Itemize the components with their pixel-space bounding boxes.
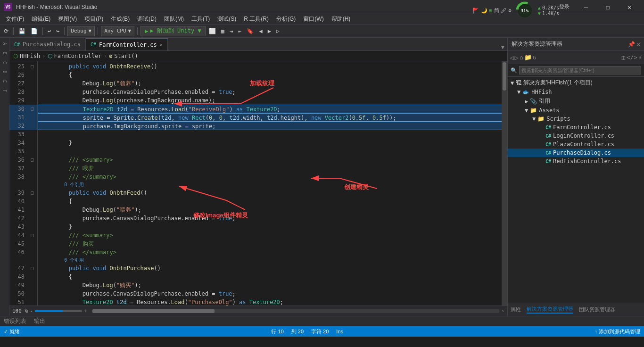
tab-purchase-dialog[interactable]: C# PurchaseDialog.cs bbox=[9, 38, 86, 50]
menu-test[interactable]: 测试(S) bbox=[214, 14, 240, 24]
tab-output[interactable]: 输出 bbox=[34, 316, 45, 326]
tab-farm-controller[interactable]: C# FarmController.cs ✕ bbox=[86, 38, 168, 50]
attach-unity-button[interactable]: ▶ ▶ 附加到 Unity ▼ bbox=[140, 26, 205, 36]
toolbar-save[interactable]: 💾 bbox=[17, 26, 27, 36]
debug-config-dropdown[interactable]: Debug ▼ bbox=[67, 26, 95, 36]
tab-list-button[interactable]: ▼ bbox=[498, 44, 507, 50]
menu-rtools[interactable]: R 工具(R) bbox=[240, 14, 272, 24]
project-icon: 🐟 bbox=[522, 89, 529, 95]
activity-icon-4[interactable]: D bbox=[0, 68, 9, 76]
se-tab-team[interactable]: 团队资源管理器 bbox=[579, 306, 615, 313]
se-toolbar-active[interactable]: ⚡ bbox=[638, 54, 642, 61]
scrollbar-thumb[interactable] bbox=[503, 62, 506, 91]
purchasedialog-node[interactable]: C# PurchaseDialog.cs bbox=[508, 149, 644, 157]
se-tab-properties[interactable]: 属性 bbox=[511, 306, 521, 313]
menu-project[interactable]: 项目(P) bbox=[81, 14, 107, 24]
se-toolbar-refresh[interactable]: ↻ bbox=[533, 54, 537, 61]
gt-refs2 bbox=[27, 256, 37, 264]
se-toolbar-back[interactable]: ◁ bbox=[510, 54, 513, 61]
zoom-value[interactable]: 100 % bbox=[12, 308, 28, 314]
h-scrollbar-thumb[interactable] bbox=[92, 309, 215, 313]
gt-39[interactable]: □ bbox=[27, 189, 37, 197]
tab-close-2[interactable]: ✕ bbox=[160, 42, 163, 47]
activity-icon-3[interactable]: C bbox=[0, 58, 9, 67]
scroll-right-btn[interactable]: › bbox=[501, 308, 504, 314]
se-toolbar-code[interactable]: </> bbox=[627, 54, 637, 61]
code-line-49: Debug.Log("购买"); bbox=[38, 281, 507, 289]
ln-25: 25 bbox=[9, 62, 27, 71]
platform-dropdown[interactable]: Any CPU ▼ bbox=[101, 26, 134, 36]
gt-38 bbox=[27, 173, 37, 181]
scripts-node[interactable]: ▼ 📁 Scripts bbox=[508, 115, 644, 123]
search-icon: 🔍 bbox=[511, 67, 517, 74]
toolbar-nav-more[interactable]: ▷ bbox=[274, 26, 281, 36]
toolbar-indent[interactable]: ⇥ bbox=[228, 26, 235, 36]
se-toolbar-home[interactable]: ⌂ bbox=[520, 54, 523, 61]
redfishcontroller-node[interactable]: C# RedFishController.cs bbox=[508, 157, 644, 165]
code-editor[interactable]: 25 26 27 28 29 30 31 32 33 34 35 36 37 3… bbox=[9, 61, 507, 306]
toolbar-nav-fwd[interactable]: ▶ bbox=[266, 26, 273, 36]
toolbar-format[interactable]: ⇤ bbox=[236, 26, 243, 36]
breadcrumb-file[interactable]: HHFish bbox=[20, 53, 40, 59]
project-node[interactable]: ▼ 🐟 HHFish bbox=[508, 88, 644, 96]
activity-icon-1[interactable]: A bbox=[0, 40, 9, 48]
gt-47[interactable]: □ bbox=[27, 264, 37, 273]
activity-icon-6[interactable]: F bbox=[0, 87, 9, 95]
toolbar-bookmark[interactable]: 🔖 bbox=[245, 26, 256, 36]
toolbar-more[interactable]: ▦ bbox=[219, 26, 226, 36]
breadcrumb-class[interactable]: FarmController bbox=[54, 53, 102, 59]
solution-explorer-title: 解决方案资源管理器 bbox=[512, 40, 562, 48]
solution-search-input[interactable] bbox=[519, 66, 641, 74]
activity-icon-2[interactable]: B bbox=[0, 49, 9, 58]
minimize-button[interactable]: — bbox=[575, 0, 597, 14]
menu-build[interactable]: 生成(B) bbox=[107, 14, 133, 24]
logincontroller-node[interactable]: C# LoginController.cs bbox=[508, 132, 644, 140]
toolbar-nav-back[interactable]: ◀ bbox=[257, 26, 264, 36]
menu-edit[interactable]: 编辑(E) bbox=[28, 14, 54, 24]
menu-tools[interactable]: 工具(T) bbox=[188, 14, 214, 24]
solution-tree: ▼ 🏗 解决方案'HHFish'(1 个项目) ▼ 🐟 HHFish ▶ 📎 引… bbox=[508, 77, 644, 303]
brush-icon: 🖊 bbox=[501, 8, 506, 14]
se-toolbar-view[interactable]: ◫ bbox=[622, 54, 626, 61]
status-add-scm[interactable]: ↑ 添加到源代码管理 bbox=[594, 328, 640, 335]
gt-30[interactable]: □ bbox=[27, 105, 37, 113]
menu-file[interactable]: 文件(F) bbox=[2, 14, 28, 24]
close-button[interactable]: ✕ bbox=[619, 0, 640, 14]
zoom-slider[interactable] bbox=[35, 310, 82, 312]
menu-debug[interactable]: 调试(D) bbox=[133, 14, 160, 24]
toolbar-undo[interactable]: ↩ bbox=[46, 26, 53, 36]
editor-scrollbar[interactable] bbox=[502, 61, 507, 306]
menu-team[interactable]: 团队(M) bbox=[160, 14, 188, 24]
toolbar-redo[interactable]: ↪ bbox=[54, 26, 61, 36]
toolbar-ref[interactable]: ⬜ bbox=[207, 26, 218, 36]
se-toolbar-folder[interactable]: 📁 bbox=[524, 54, 532, 61]
activity-icon-5[interactable]: E bbox=[0, 77, 9, 86]
plazacontroller-node[interactable]: C# PlazaController.cs bbox=[508, 140, 644, 149]
zoom-plus[interactable]: + bbox=[84, 308, 87, 314]
assets-node[interactable]: ▼ 📁 Assets bbox=[508, 106, 644, 115]
farmcontroller-node[interactable]: C# FarmController.cs bbox=[508, 123, 644, 132]
se-pin-icon[interactable]: 📌 bbox=[628, 41, 635, 48]
menu-window[interactable]: 窗口(W) bbox=[299, 14, 327, 24]
gt-36[interactable]: □ bbox=[27, 156, 37, 164]
se-close-icon[interactable]: ✕ bbox=[637, 41, 640, 48]
horizontal-scroll[interactable] bbox=[92, 309, 499, 313]
menu-help[interactable]: 帮助(H) bbox=[328, 14, 355, 24]
code-text-area[interactable]: public void OnbtnReceive() { Debug.Log("… bbox=[38, 61, 507, 306]
tab-label-2: FarmController.cs bbox=[99, 41, 157, 48]
toolbar-new[interactable]: ⟳ bbox=[2, 26, 10, 36]
zoom-slider-fill bbox=[35, 310, 63, 312]
gt-44[interactable]: □ bbox=[27, 231, 37, 240]
breadcrumb-method[interactable]: Start() bbox=[114, 53, 138, 59]
maximize-button[interactable]: ☐ bbox=[597, 0, 619, 14]
se-tab-solution[interactable]: 解决方案资源管理器 bbox=[527, 306, 573, 314]
zoom-minus[interactable]: - bbox=[30, 308, 33, 314]
toolbar-save-all[interactable]: 📄 bbox=[29, 26, 40, 36]
se-toolbar-fwd[interactable]: ▷ bbox=[514, 54, 518, 61]
menu-view[interactable]: 视图(V) bbox=[54, 14, 81, 24]
solution-node[interactable]: ▼ 🏗 解决方案'HHFish'(1 个项目) bbox=[508, 78, 644, 88]
references-node[interactable]: ▶ 📎 引用 bbox=[508, 96, 644, 106]
menu-analyze[interactable]: 分析(G) bbox=[272, 14, 299, 24]
gt-25[interactable]: □ bbox=[27, 62, 37, 71]
tab-error-list[interactable]: 错误列表 bbox=[4, 316, 26, 326]
